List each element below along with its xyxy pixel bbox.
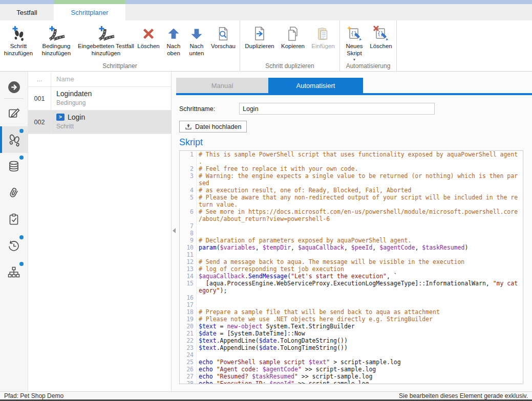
nach-unten-button[interactable]: Nach unten — [185, 22, 208, 57]
step-rows: 001LogindatenBedingung002>LoginSchritt — [28, 87, 171, 134]
code-line: 9# Declaration of parameters exposed by … — [180, 237, 523, 244]
preview-icon — [216, 25, 231, 43]
line-number: 17 — [180, 301, 197, 308]
main-area: ... Name 001LogindatenBedingung002>Login… — [0, 72, 532, 391]
detail-tabs: Manual Automatisiert — [176, 78, 532, 93]
step-list-header-name: Name — [51, 75, 74, 83]
code-text — [197, 351, 199, 359]
code-line: 4# as execution result, one of: Ready, B… — [180, 187, 523, 194]
arrow-circle-icon — [7, 80, 21, 94]
chevron-down-icon[interactable]: ▼ — [353, 58, 356, 61]
code-text: # Feel free to replace it with your own … — [197, 165, 358, 172]
code-line: 26echo "Agent code: $agentCode" >> scrip… — [180, 366, 523, 373]
eingebetteten-testfall-hinzufuegen-button[interactable]: Eingebetteten Testfall hinzufügen — [77, 22, 135, 57]
window-top-strip — [0, 0, 532, 4]
code-line: 16 — [180, 294, 523, 301]
ribbon-button-label: Nach oben — [162, 43, 185, 57]
neues-skript-button[interactable]: {}Neues Skript▼ — [342, 22, 367, 61]
code-text: $text.AppendLine($date.ToLongDateString(… — [197, 337, 348, 344]
embedded-testcase-add-icon — [97, 25, 115, 43]
tab-manual[interactable]: Manual — [176, 78, 268, 93]
duplicate-icon — [251, 25, 268, 43]
upload-button-label: Datei hochladen — [195, 123, 241, 130]
code-text: # as execution result, one of: Ready, Bl… — [197, 187, 411, 194]
code-text: param($variables, $tempDir, $aquaCallbac… — [197, 244, 468, 251]
code-line: . — [180, 158, 523, 165]
footsteps-add-icon — [10, 25, 27, 43]
vorschau-button[interactable]: Vorschau — [208, 22, 238, 50]
line-number: 13 — [180, 265, 197, 273]
line-number: 8 — [180, 230, 197, 237]
step-name-label: Schrittname: — [179, 105, 239, 113]
sidebar-item-steps[interactable] — [0, 126, 28, 153]
loeschen-button[interactable]: Löschen — [135, 22, 162, 50]
step-name-input[interactable] — [239, 103, 435, 115]
sidebar-item-data[interactable] — [0, 153, 28, 180]
skript-loeschen-button[interactable]: {}Löschen — [367, 22, 395, 50]
ribbon-button-label: Bedingung hinzufügen — [35, 43, 77, 57]
splitter-collapse-icon[interactable] — [173, 228, 176, 233]
active-tab-accent-strip — [54, 0, 125, 4]
bedingung-hinzufuegen-button[interactable]: Bedingung hinzufügen — [35, 22, 77, 57]
tab-testfall[interactable]: Testfall — [0, 4, 54, 20]
step-list-panel: ... Name 001LogindatenBedingung002>Login… — [28, 72, 172, 391]
step-row[interactable]: 001LogindatenBedingung — [28, 87, 171, 110]
ribbon-button-label: Neues Skript — [342, 43, 367, 57]
code-line: 1# This is sample PowerShell script that… — [180, 151, 523, 158]
einfuegen-button[interactable]: Einfügen — [308, 22, 338, 50]
sidebar-item-attachments[interactable] — [0, 180, 28, 206]
code-text: $aquaCallback.SendMessage("Let's start t… — [197, 273, 397, 280]
kopieren-button[interactable]: Kopieren — [278, 22, 308, 50]
tab-schrittplaner[interactable]: Schrittplaner — [54, 4, 125, 20]
sidebar-item-history[interactable] — [0, 233, 28, 259]
powershell-icon: > — [56, 114, 65, 121]
code-line: 10param($variables, $tempDir, $aquaCallb… — [180, 244, 523, 251]
tab-automatisiert[interactable]: Automatisiert — [268, 78, 363, 93]
code-text: $text.AppendLine($date.ToLongTimeString(… — [197, 344, 348, 351]
line-number: 9 — [180, 237, 197, 244]
notification-dot — [19, 155, 24, 160]
step-type: Bedingung — [56, 99, 92, 106]
upload-file-button[interactable]: Datei hochladen — [179, 121, 247, 132]
line-number: 11 — [180, 251, 197, 258]
code-line: 20$text = new-object System.Text.StringB… — [180, 323, 523, 330]
panel-splitter[interactable] — [172, 72, 176, 391]
line-number — [180, 287, 197, 294]
code-text — [197, 301, 199, 308]
org-chart-icon — [7, 266, 20, 279]
line-number: 1 — [180, 151, 197, 158]
line-number: 10 — [180, 244, 197, 251]
delete-x-icon — [141, 25, 156, 43]
step-detail-panel: Manual Automatisiert Schrittname: Datei … — [176, 72, 532, 391]
line-number: 20 — [180, 323, 197, 330]
sidebar-item-tasks[interactable] — [0, 206, 28, 233]
ribbon-button-label: Kopieren — [281, 43, 305, 50]
step-name: Logindaten — [56, 90, 92, 98]
notification-dot — [19, 262, 24, 266]
duplizieren-button[interactable]: Duplizieren — [242, 22, 278, 50]
step-type: Schritt — [56, 123, 85, 130]
ribbon-button-label: Löschen — [370, 43, 392, 50]
code-text: echo "Agent code: $agentCode" >> script-… — [197, 366, 376, 373]
ribbon-group: DuplizierenKopierenEinfügenSchritt dupli… — [240, 20, 340, 71]
code-text — [197, 230, 199, 237]
edit-icon — [7, 106, 20, 120]
schritt-hinzufuegen-button[interactable]: Schritt hinzufügen — [2, 22, 35, 57]
code-text: sed — [197, 180, 209, 187]
status-bar: Pfad: Pet Shop Demo Sie bearbeiten diese… — [0, 391, 532, 399]
code-text: # Please be aware that any non-redirecte… — [197, 194, 518, 201]
step-name-row: Schrittname: — [179, 103, 532, 115]
sidebar-item-navigate[interactable] — [0, 76, 28, 98]
new-script-icon: {} — [346, 25, 363, 43]
line-number — [180, 180, 197, 187]
notification-dot — [19, 235, 24, 239]
line-number: 27 — [180, 373, 197, 380]
script-code-editor[interactable]: 1# This is sample PowerShell script that… — [179, 150, 523, 384]
nach-oben-button[interactable]: Nach oben — [162, 22, 185, 57]
code-text: [aqua.ProcessEngine.WebServiceProxy.Exec… — [197, 280, 518, 287]
ribbon-toolbar: Schritt hinzufügenBedingung hinzufügenEi… — [0, 20, 532, 72]
sidebar-item-relations[interactable] — [0, 259, 28, 286]
step-row[interactable]: 002>LoginSchritt — [28, 110, 171, 134]
code-text: echo "Execution ID: $peeId" >> script-sa… — [197, 380, 369, 384]
sidebar-item-edit[interactable] — [0, 100, 28, 126]
